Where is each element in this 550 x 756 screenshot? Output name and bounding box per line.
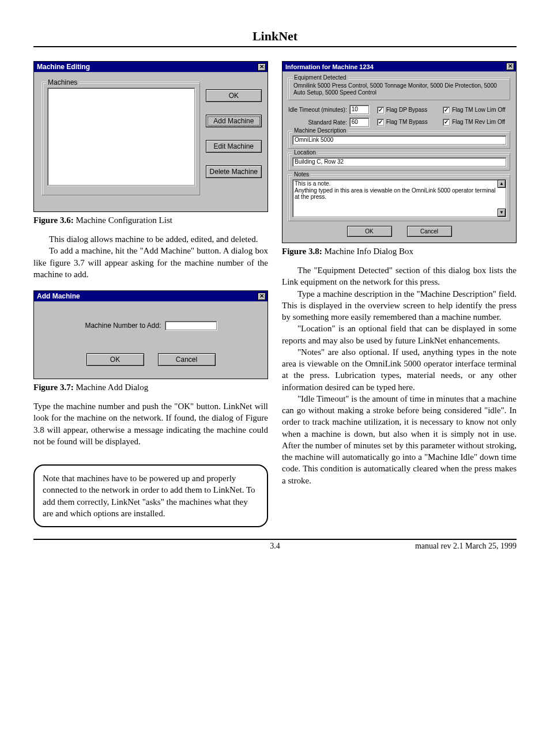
machine-number-input[interactable] [165,321,217,330]
add-machine-button[interactable]: Add Machine [206,115,262,127]
delete-machine-button[interactable]: Delete Machine [206,165,262,178]
notes-legend: Notes [292,171,311,177]
machine-description-input[interactable]: OmniLink 5000 [292,135,506,145]
dialog-title: Machine Editing [37,63,90,71]
machines-group-label: Machines [46,78,79,86]
close-icon[interactable]: ✕ [258,293,266,300]
right-paragraph-1: The "Equipment Detected" section of this… [282,264,517,288]
left-paragraph-3: Type the machine number and push the "OK… [33,400,268,447]
dialog-titlebar: Machine Editing ✕ [34,62,268,72]
flag-tm-bypass-checkbox[interactable]: ✓Flag TM Bypass [377,117,432,127]
standard-rate-input[interactable]: 60 [349,118,369,127]
flag-tm-revlim-checkbox[interactable]: ✓Flag TM Rev Lim Off [443,117,510,127]
right-paragraph-5: "Idle Timeout" is the amount of time in … [282,393,517,486]
right-paragraph-3: "Location" is an optional field that can… [282,323,517,346]
machine-editing-dialog: Machine Editing ✕ Machines OK Add Machin… [33,61,268,212]
machine-number-label: Machine Number to Add: [85,322,161,330]
cancel-button[interactable]: Cancel [407,226,452,237]
machine-description-legend: Machine Description [292,127,348,134]
close-icon[interactable]: ✕ [258,63,266,71]
ok-button[interactable]: OK [86,353,144,366]
header-rule [33,46,517,47]
equipment-detected-legend: Equipment Detected [292,74,348,81]
figure-3-6-caption: Figure 3.6: Machine Configuration List [33,216,268,225]
ok-button[interactable]: OK [347,226,392,237]
dialog-title: Add Machine [37,292,80,300]
idle-timeout-label: Idle Timeout (minutes): [288,107,347,113]
dialog-titlebar: Information for Machine 1234 ✕ [282,62,516,71]
dialog-titlebar: Add Machine ✕ [34,291,268,301]
dialog-title: Information for Machine 1234 [285,63,374,70]
cancel-button[interactable]: Cancel [158,353,216,366]
idle-timeout-input[interactable]: 10 [349,105,369,114]
location-input[interactable]: Building C, Row 32 [292,157,506,167]
scroll-up-icon[interactable]: ▲ [498,180,506,188]
standard-rate-label: Standard Rate: [308,119,346,126]
add-machine-dialog: Add Machine ✕ Machine Number to Add: OK … [33,290,268,379]
right-paragraph-2: Type a machine description in the "Machi… [282,288,517,323]
flag-tm-lowlim-checkbox[interactable]: ✓Flag TM Low Lim Off [443,105,510,115]
note-box: Note that machines have to be powered up… [33,464,268,527]
machines-listbox[interactable] [47,88,195,186]
equipment-detected-text: Omnilink 5000 Press Control, 5000 Tonnag… [293,82,505,96]
left-paragraph-1: This dialog allows machine to be added, … [33,233,268,245]
ok-button[interactable]: OK [206,89,262,102]
notes-textarea[interactable]: This is a note. Anything typed in this a… [292,179,506,217]
scroll-down-icon[interactable]: ▼ [498,209,506,217]
right-paragraph-4: "Notes" are also optional. If used, anyt… [282,346,517,393]
location-legend: Location [292,149,318,156]
footer-revision: manual rev 2.1 March 25, 1999 [415,542,517,551]
footer-rule [33,539,517,540]
close-icon[interactable]: ✕ [506,63,514,70]
flag-dp-bypass-checkbox[interactable]: ✓Flag DP Bypass [377,105,432,115]
figure-3-8-caption: Figure 3.8: Machine Info Dialog Box [282,247,517,256]
figure-3-7-caption: Figure 3.7: Machine Add Dialog [33,383,268,392]
left-paragraph-2: To add a machine, hit the "Add Machine" … [33,245,268,280]
page-footer: 3.4 manual rev 2.1 March 25, 1999 [33,542,517,551]
page-title: LinkNet [33,29,517,44]
machine-info-dialog: Information for Machine 1234 ✕ Equipment… [282,61,517,243]
edit-machine-button[interactable]: Edit Machine [206,140,262,153]
